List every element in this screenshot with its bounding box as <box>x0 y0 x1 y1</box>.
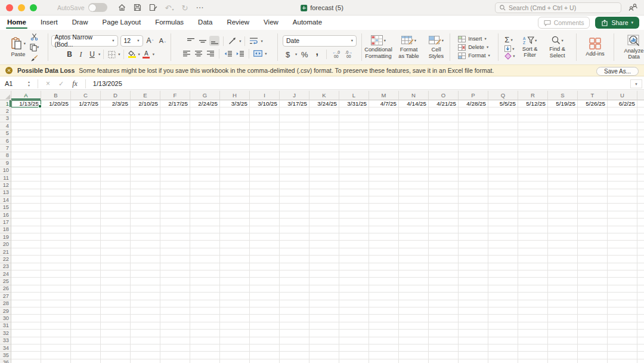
cell-O11[interactable] <box>429 174 459 182</box>
cell-G33[interactable] <box>190 337 220 344</box>
column-header-K[interactable]: K <box>309 91 339 100</box>
cell-partial-33[interactable] <box>637 337 644 344</box>
decrease-indent-button[interactable] <box>223 48 233 59</box>
cell-A33[interactable] <box>11 337 41 344</box>
cell-F36[interactable] <box>160 359 190 363</box>
cell-E9[interactable] <box>131 159 160 167</box>
row-header-24[interactable]: 24 <box>0 270 11 278</box>
cell-D13[interactable] <box>101 189 131 196</box>
cell-G30[interactable] <box>190 315 220 322</box>
cell-S5[interactable] <box>548 130 578 137</box>
cell-N36[interactable] <box>399 359 429 363</box>
cell-P35[interactable] <box>459 352 488 359</box>
cell-U15[interactable] <box>608 204 637 211</box>
cell-A27[interactable] <box>11 293 41 300</box>
cell-L16[interactable] <box>339 211 369 219</box>
cell-R16[interactable] <box>518 211 548 219</box>
cell-U28[interactable] <box>608 300 637 307</box>
cell-J17[interactable] <box>280 219 309 226</box>
cell-D20[interactable] <box>101 241 131 248</box>
cell-B11[interactable] <box>41 174 71 182</box>
cell-F28[interactable] <box>160 300 190 307</box>
cell-N30[interactable] <box>399 315 429 322</box>
cell-L14[interactable] <box>339 196 369 204</box>
cell-A32[interactable] <box>11 330 41 337</box>
cell-G7[interactable] <box>190 144 220 152</box>
cell-T13[interactable] <box>578 189 608 196</box>
cell-partial-7[interactable] <box>637 144 644 152</box>
column-header-R[interactable]: R <box>518 91 548 100</box>
cell-U29[interactable] <box>608 307 637 315</box>
cell-R17[interactable] <box>518 219 548 226</box>
cell-B31[interactable] <box>41 322 71 330</box>
cell-F14[interactable] <box>160 196 190 204</box>
cell-L18[interactable] <box>339 226 369 233</box>
cell-Q7[interactable] <box>488 144 518 152</box>
enter-icon[interactable]: ✓ <box>58 80 64 88</box>
cell-Q25[interactable] <box>488 278 518 285</box>
cell-B15[interactable] <box>41 204 71 211</box>
cell-P29[interactable] <box>459 307 488 315</box>
cell-A4[interactable] <box>11 122 41 130</box>
cell-F6[interactable] <box>160 137 190 144</box>
cell-R7[interactable] <box>518 144 548 152</box>
cell-S32[interactable] <box>548 330 578 337</box>
cell-G16[interactable] <box>190 211 220 219</box>
decrease-font-size-button[interactable]: A⌄ <box>158 36 168 46</box>
cell-Q8[interactable] <box>488 152 518 159</box>
cell-K3[interactable] <box>309 115 339 122</box>
cell-D22[interactable] <box>101 256 131 263</box>
cell-M8[interactable] <box>369 152 399 159</box>
formula-input[interactable]: 1/13/2025 <box>93 80 122 87</box>
cell-G9[interactable] <box>190 159 220 167</box>
cell-K6[interactable] <box>309 137 339 144</box>
cell-T33[interactable] <box>578 337 608 344</box>
cell-R36[interactable] <box>518 359 548 363</box>
cell-G31[interactable] <box>190 322 220 330</box>
cell-P8[interactable] <box>459 152 488 159</box>
cell-B24[interactable] <box>41 270 71 278</box>
cell-H25[interactable] <box>220 278 250 285</box>
cell-C13[interactable] <box>71 189 101 196</box>
cell-D19[interactable] <box>101 233 131 241</box>
cell-L35[interactable] <box>339 352 369 359</box>
cell-E20[interactable] <box>131 241 160 248</box>
comments-button[interactable]: Comments <box>538 17 590 29</box>
cell-O29[interactable] <box>429 307 459 315</box>
cell-R2[interactable] <box>518 107 548 115</box>
cell-C5[interactable] <box>71 130 101 137</box>
cell-M25[interactable] <box>369 278 399 285</box>
cell-R33[interactable] <box>518 337 548 344</box>
tab-home[interactable]: Home <box>7 16 26 29</box>
cell-C25[interactable] <box>71 278 101 285</box>
cell-E34[interactable] <box>131 344 160 352</box>
cell-N27[interactable] <box>399 293 429 300</box>
cell-N23[interactable] <box>399 263 429 270</box>
cell-E26[interactable] <box>131 285 160 293</box>
cell-T9[interactable] <box>578 159 608 167</box>
cell-H24[interactable] <box>220 270 250 278</box>
cell-O14[interactable] <box>429 196 459 204</box>
cell-U14[interactable] <box>608 196 637 204</box>
cell-U30[interactable] <box>608 315 637 322</box>
cell-E16[interactable] <box>131 211 160 219</box>
cell-A5[interactable] <box>11 130 41 137</box>
cell-D8[interactable] <box>101 152 131 159</box>
cell-H20[interactable] <box>220 241 250 248</box>
column-header-J[interactable]: J <box>280 91 309 100</box>
cell-G13[interactable] <box>190 189 220 196</box>
cell-A16[interactable] <box>11 211 41 219</box>
cell-B5[interactable] <box>41 130 71 137</box>
cell-B32[interactable] <box>41 330 71 337</box>
cell-C1[interactable]: 1/27/25 <box>71 100 101 107</box>
cell-S16[interactable] <box>548 211 578 219</box>
align-top-button[interactable] <box>185 36 196 46</box>
cell-N15[interactable] <box>399 204 429 211</box>
cell-O31[interactable] <box>429 322 459 330</box>
cell-P12[interactable] <box>459 182 488 189</box>
cell-G29[interactable] <box>190 307 220 315</box>
cell-U10[interactable] <box>608 167 637 174</box>
cell-K15[interactable] <box>309 204 339 211</box>
cell-Q5[interactable] <box>488 130 518 137</box>
cell-U25[interactable] <box>608 278 637 285</box>
